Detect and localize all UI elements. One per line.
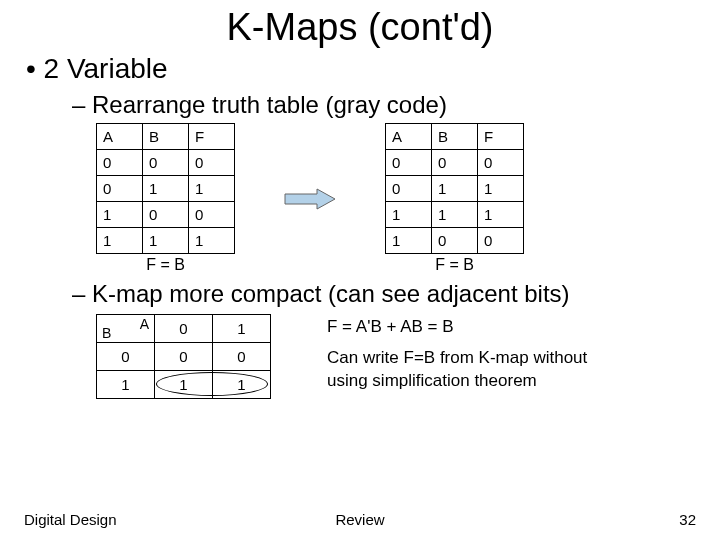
truth-tables-row: A B F 000 011 100 111 F = B A B F 000 01…	[96, 123, 720, 274]
table-row: A B F	[386, 124, 524, 150]
page-title: K-Maps (cont'd)	[0, 6, 720, 49]
table-row: 011	[97, 176, 235, 202]
truth-table-left: A B F 000 011 100 111 F = B	[96, 123, 235, 274]
footer-left: Digital Design	[24, 511, 248, 528]
bullet-main: 2 Variable	[26, 53, 720, 85]
table-row: 111	[386, 202, 524, 228]
kmap-corner-a: A	[140, 316, 149, 332]
table-row: 0 0 0	[97, 343, 271, 371]
table-row: 1 1 1	[97, 371, 271, 399]
table-row: 100	[97, 202, 235, 228]
equation: F = A'B + AB = B	[327, 316, 627, 339]
footer-center: Review	[248, 511, 472, 528]
sub-bullet-1: Rearrange truth table (gray code)	[72, 91, 720, 119]
table-row: 100	[386, 228, 524, 254]
kmap-corner-b: B	[102, 325, 111, 341]
arrow-right-icon	[283, 188, 337, 210]
table-row: 000	[386, 150, 524, 176]
table-row: A B F	[97, 124, 235, 150]
kmap-explanation: F = A'B + AB = B Can write F=B from K-ma…	[327, 314, 627, 393]
svg-marker-0	[285, 189, 335, 209]
table-caption: F = B	[96, 256, 235, 274]
table-caption: F = B	[385, 256, 524, 274]
sub-bullet-2: K-map more compact (can see adjacent bit…	[72, 280, 720, 308]
kmap-table: A B 0 1 0 0 0 1 1 1	[96, 314, 271, 399]
footer: Digital Design Review 32	[0, 511, 720, 528]
truth-table-right: A B F 000 011 111 100 F = B	[385, 123, 524, 274]
table-row: 000	[97, 150, 235, 176]
table-row: 011	[386, 176, 524, 202]
note-text: Can write F=B from K-map without using s…	[327, 347, 627, 393]
table-row: 111	[97, 228, 235, 254]
kmap-row: A B 0 1 0 0 0 1 1 1 F = A'B + AB = B Can…	[96, 314, 720, 399]
footer-page-number: 32	[472, 511, 696, 528]
table-row: A B 0 1	[97, 315, 271, 343]
